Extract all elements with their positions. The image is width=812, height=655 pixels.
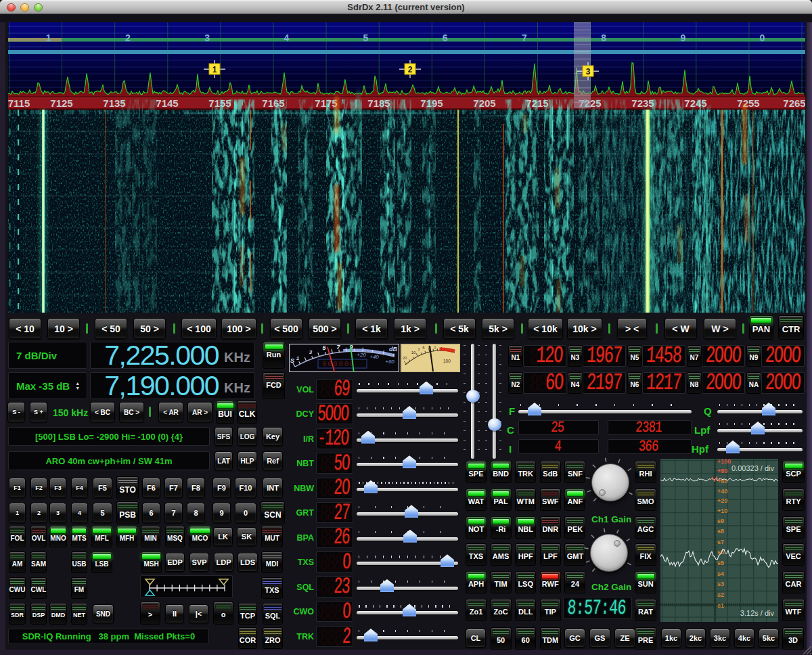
svg-text:100: 100: [443, 359, 451, 363]
svg-text:s5: s5: [717, 560, 724, 566]
svg-text:+80: +80: [717, 468, 727, 474]
svg-text:3: 3: [586, 67, 591, 76]
svg-text:8: 8: [601, 32, 606, 43]
svg-text:7125: 7125: [50, 97, 72, 109]
svg-text:0.00323 / div: 0.00323 / div: [731, 464, 774, 472]
svg-text:3: 3: [309, 349, 313, 355]
svg-text:s2: s2: [717, 591, 724, 598]
svg-text:1: 1: [296, 355, 300, 361]
svg-text:3.12s / div: 3.12s / div: [740, 609, 775, 617]
svg-text:s7: s7: [717, 539, 724, 545]
svg-text:7: 7: [522, 32, 527, 43]
svg-text:7255: 7255: [737, 97, 759, 109]
svg-text:9: 9: [680, 32, 685, 43]
svg-text:+40: +40: [717, 488, 727, 495]
svg-text:1: 1: [46, 32, 51, 43]
svg-text:3: 3: [204, 32, 210, 43]
svg-text:7215: 7215: [526, 97, 548, 109]
svg-text:s4: s4: [717, 570, 724, 577]
svg-text:+100: +100: [717, 459, 731, 465]
svg-text:20: 20: [403, 356, 407, 360]
svg-text:7195: 7195: [420, 97, 443, 109]
svg-text:000000: 000000: [322, 360, 355, 368]
svg-text:7145: 7145: [156, 97, 178, 109]
svg-text:2: 2: [408, 65, 413, 74]
svg-text:+20: +20: [717, 497, 727, 504]
svg-text:2: 2: [125, 32, 131, 43]
svg-text:7265: 7265: [783, 97, 805, 109]
svg-text:5: 5: [363, 32, 369, 43]
svg-text:4: 4: [284, 32, 289, 43]
svg-text:s3: s3: [717, 581, 724, 587]
svg-text:s6: s6: [717, 549, 724, 556]
svg-text:s8: s8: [717, 528, 724, 535]
svg-text:7115: 7115: [8, 97, 30, 109]
svg-text:7165: 7165: [262, 97, 284, 109]
svg-text:s1: s1: [717, 602, 724, 609]
svg-text:S: S: [290, 357, 294, 364]
svg-text:+10: +10: [717, 507, 727, 514]
svg-text:dB: dB: [389, 346, 397, 353]
svg-text:s9: s9: [717, 518, 724, 524]
svg-text:1: 1: [212, 65, 217, 74]
svg-text:7245: 7245: [684, 97, 706, 109]
svg-text:7185: 7185: [367, 97, 390, 109]
svg-text:7175: 7175: [315, 97, 337, 109]
svg-text:6: 6: [443, 32, 448, 43]
svg-text:+40: +40: [369, 354, 379, 360]
svg-text:7235: 7235: [631, 97, 654, 109]
svg-text:+20: +20: [357, 352, 366, 358]
svg-text:7155: 7155: [208, 97, 231, 109]
svg-text:10: 10: [411, 351, 416, 355]
svg-text:7135: 7135: [103, 97, 125, 109]
svg-text:7205: 7205: [473, 97, 495, 109]
svg-text:0: 0: [760, 32, 765, 43]
svg-text:+60: +60: [385, 359, 394, 365]
